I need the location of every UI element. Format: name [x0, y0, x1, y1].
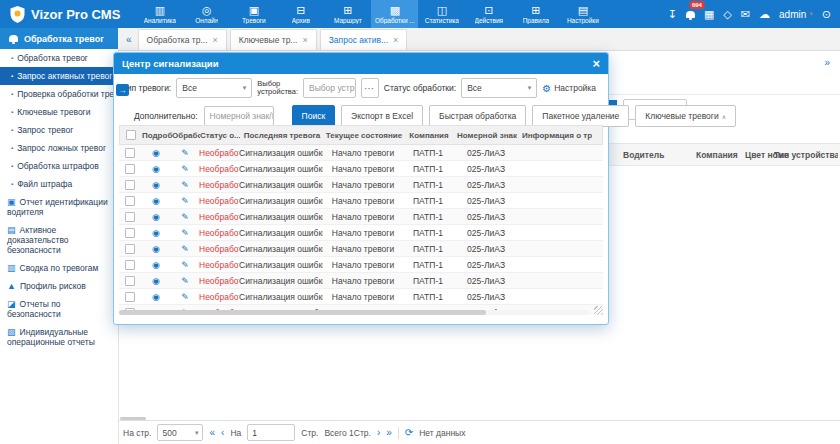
expand-panel-icon[interactable]: »: [824, 57, 830, 68]
refresh-icon[interactable]: ⟳: [405, 427, 413, 438]
process-alarm-icon[interactable]: ✎: [181, 292, 189, 302]
row-checkbox[interactable]: [125, 228, 135, 238]
select-all-checkbox[interactable]: [126, 130, 136, 140]
view-details-icon[interactable]: ◉: [152, 276, 160, 286]
view-details-icon[interactable]: ◉: [152, 212, 160, 222]
table-horizontal-scrollbar[interactable]: [119, 310, 589, 315]
alarm-table-row[interactable]: ◉ ✎ Необработанный Сигнализация ошибки ж…: [119, 241, 603, 257]
row-checkbox[interactable]: [125, 292, 135, 302]
key-alarms-button[interactable]: Ключевые тревоги ∧: [635, 105, 736, 127]
sidebar-menu-item[interactable]: ▪ Ключевые тревоги: [0, 103, 118, 121]
close-tab-icon[interactable]: ×: [213, 35, 218, 45]
row-checkbox[interactable]: [125, 244, 135, 254]
nav-item[interactable]: ⊞ Маршрут: [324, 0, 371, 28]
view-details-icon[interactable]: ◉: [152, 260, 160, 270]
nav-item[interactable]: ▩ Обработки ...: [371, 0, 418, 28]
sidebar-menu-item[interactable]: ▪ Запрос ложных тревог: [0, 139, 118, 157]
prev-page-icon[interactable]: ‹: [221, 427, 224, 438]
process-alarm-icon[interactable]: ✎: [181, 276, 189, 286]
shirt-icon[interactable]: ◇: [723, 9, 731, 20]
user-menu[interactable]: admin ▾: [779, 9, 813, 20]
row-checkbox[interactable]: [125, 260, 135, 270]
device-picker-button[interactable]: ···: [361, 78, 379, 98]
view-details-icon[interactable]: ◉: [152, 164, 160, 174]
row-checkbox[interactable]: [125, 212, 135, 222]
sidebar-report-item[interactable]: ▲Профиль рисков: [0, 277, 118, 295]
nav-item[interactable]: ⊞ Правила: [512, 0, 559, 28]
view-details-icon[interactable]: ◉: [152, 148, 160, 158]
sidebar-report-item[interactable]: ▥Сводка по тревогам: [0, 259, 118, 277]
process-alarm-icon[interactable]: ✎: [181, 228, 189, 238]
row-checkbox[interactable]: [125, 164, 135, 174]
quick-process-button[interactable]: Быстрая обработка: [429, 105, 526, 127]
alarm-table-row[interactable]: ◉ ✎ Необработанный Сигнализация ошибки ж…: [119, 209, 603, 225]
sidebar-report-item[interactable]: ◪Отчеты по безопасности: [0, 295, 118, 323]
alarm-table-row[interactable]: ◉ ✎ Необработанный Сигнализация ошибки ж…: [119, 145, 603, 161]
row-checkbox[interactable]: [125, 196, 135, 206]
page-number-input[interactable]: 1: [247, 424, 295, 441]
document-tab[interactable]: Обработка тр... ×: [138, 29, 227, 50]
cloud-icon[interactable]: ☁: [759, 9, 770, 20]
view-details-icon[interactable]: ◉: [152, 180, 160, 190]
nav-item[interactable]: ⊡ Действия: [465, 0, 512, 28]
sidebar-menu-item[interactable]: ▪ Файл штрафа: [0, 175, 118, 193]
download-icon[interactable]: ↧: [668, 9, 677, 20]
first-page-icon[interactable]: «: [209, 427, 215, 438]
alarm-table-row[interactable]: ◉ ✎ Необработанный Сигнализация ошибки ж…: [119, 193, 603, 209]
alarm-table-row[interactable]: ◉ ✎ Необработанный Сигнализация ошибки ж…: [119, 289, 603, 305]
device-input[interactable]: Выбор устройства: [303, 78, 356, 98]
alarm-type-select[interactable]: Все ▾: [176, 78, 252, 98]
document-tab[interactable]: Ключевые тр... ×: [230, 29, 317, 50]
sidebar-section-header[interactable]: Обработка тревог: [0, 28, 118, 49]
export-excel-button[interactable]: Экспорт в Excel: [341, 105, 423, 127]
apps-grid-icon[interactable]: ▦: [704, 9, 714, 20]
row-checkbox[interactable]: [125, 276, 135, 286]
view-details-icon[interactable]: ◉: [152, 244, 160, 254]
process-alarm-icon[interactable]: ✎: [181, 164, 189, 174]
search-button[interactable]: Поиск: [292, 105, 336, 127]
row-checkbox[interactable]: [125, 148, 135, 158]
process-alarm-icon[interactable]: ✎: [181, 148, 189, 158]
alarm-table-row[interactable]: ◉ ✎ Необработанный Сигнализация ошибки ж…: [119, 177, 603, 193]
sidebar-menu-item[interactable]: ▪ Обработка штрафов: [0, 157, 118, 175]
process-alarm-icon[interactable]: ✎: [181, 180, 189, 190]
logout-power-icon[interactable]: ⊙: [822, 9, 831, 20]
nav-item[interactable]: ▣ Тревоги: [230, 0, 277, 28]
process-alarm-icon[interactable]: ✎: [181, 212, 189, 222]
dialog-titlebar[interactable]: Центр сигнализации ×: [114, 53, 608, 74]
sidebar-report-item[interactable]: ▤Активное доказательство безопасности: [0, 221, 118, 259]
nav-item[interactable]: ◫ Статистика: [418, 0, 465, 28]
view-details-icon[interactable]: ◉: [152, 292, 160, 302]
nav-item[interactable]: ▥ Аналитика: [136, 0, 183, 28]
process-alarm-icon[interactable]: ✎: [181, 260, 189, 270]
sidebar-menu-item[interactable]: ▪ Проверка обработки тревог: [0, 85, 118, 103]
notifications-bell-icon[interactable]: 694: [686, 9, 695, 20]
close-tab-icon[interactable]: ×: [393, 35, 398, 45]
close-tab-icon[interactable]: ×: [302, 35, 307, 45]
close-dialog-icon[interactable]: ×: [592, 57, 600, 70]
sidebar-report-item[interactable]: ▧Индивидуальные операционные отчеты: [0, 323, 118, 351]
plate-company-input[interactable]: Номерной знак/Комп: [204, 106, 274, 126]
sidebar-menu-item[interactable]: ▪ Запрос активных тревог: [0, 67, 118, 85]
process-alarm-icon[interactable]: ✎: [181, 196, 189, 206]
batch-delete-button[interactable]: Пакетное удаление: [532, 105, 629, 127]
sidebar-menu-item[interactable]: ▪ Обработка тревог: [0, 49, 118, 67]
tabs-scroll-left-icon[interactable]: «: [120, 34, 138, 45]
resize-handle-icon[interactable]: [594, 306, 603, 315]
last-page-icon[interactable]: »: [386, 427, 392, 438]
row-checkbox[interactable]: [125, 180, 135, 190]
mail-icon[interactable]: ✉: [741, 9, 750, 20]
nav-item[interactable]: ⊟ Архив: [277, 0, 324, 28]
alarm-table-row[interactable]: ◉ ✎ Необработанный Сигнализация ошибки ж…: [119, 257, 603, 273]
view-details-icon[interactable]: ◉: [152, 228, 160, 238]
settings-button[interactable]: ⚙ Настройка: [542, 83, 602, 94]
view-details-icon[interactable]: ◉: [152, 196, 160, 206]
alarm-table-row[interactable]: ◉ ✎ Необработанный Сигнализация ошибки ж…: [119, 273, 603, 289]
document-tab[interactable]: Запрос актив... ×: [320, 29, 408, 50]
collapse-filter-button[interactable]: →: [116, 84, 129, 96]
page-size-select[interactable]: 500 ▾: [157, 424, 203, 441]
sidebar-menu-item[interactable]: ▪ Запрос тревог: [0, 121, 118, 139]
nav-item[interactable]: ▤ Настройки: [559, 0, 606, 28]
scrollbar-thumb[interactable]: [119, 310, 486, 315]
sidebar-report-item[interactable]: ▣Отчет идентификации водителя: [0, 193, 118, 221]
